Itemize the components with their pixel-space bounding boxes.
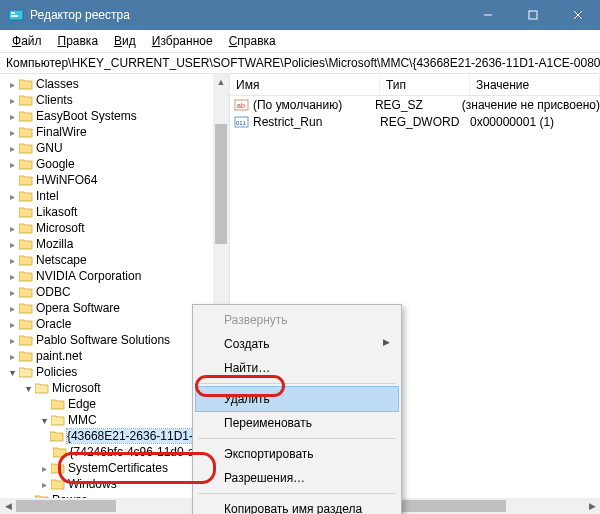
value-row[interactable]: ab(По умолчанию)REG_SZ(значение не присв…	[230, 96, 600, 113]
expand-toggle-icon[interactable]: ▸	[6, 223, 18, 234]
expand-toggle-icon[interactable]: ▸	[6, 335, 18, 346]
tree-node[interactable]: ▸Windows	[2, 476, 213, 492]
scrollbar-thumb[interactable]	[215, 124, 227, 244]
context-menu-item[interactable]: Удалить	[196, 387, 398, 411]
expand-toggle-icon[interactable]: ▸	[6, 287, 18, 298]
folder-icon	[19, 254, 33, 266]
expand-toggle-icon[interactable]: ▾	[38, 415, 50, 426]
tree-node[interactable]: Likasoft	[2, 204, 213, 220]
tree-node[interactable]: ▸Oracle	[2, 316, 213, 332]
tree-node[interactable]: ▸FinalWire	[2, 124, 213, 140]
value-row[interactable]: 011Restrict_RunREG_DWORD0x00000001 (1)	[230, 113, 600, 130]
maximize-button[interactable]	[510, 0, 555, 30]
expand-toggle-icon[interactable]: ▸	[6, 255, 18, 266]
context-menu-item[interactable]: Найти…	[196, 356, 398, 380]
tree-node-label: Windows	[68, 477, 117, 491]
expand-toggle-icon[interactable]: ▸	[6, 191, 18, 202]
tree-node[interactable]: {74246bfc-4c96-11d0-ab…	[2, 444, 213, 460]
scroll-left-icon[interactable]: ◀	[0, 498, 16, 514]
tree-scrollbar-horizontal[interactable]: ◀ ▶	[0, 498, 213, 514]
tree-node-label: Netscape	[36, 253, 87, 267]
context-menu-item[interactable]: Копировать имя раздела	[196, 497, 398, 514]
tree-node[interactable]: ▸Opera Software	[2, 300, 213, 316]
svg-text:011: 011	[236, 120, 247, 126]
tree-node[interactable]: ▸Pablo Software Solutions	[2, 332, 213, 348]
context-menu-label: Развернуть	[224, 313, 288, 327]
context-menu-item[interactable]: Переименовать	[196, 411, 398, 435]
scroll-right-icon[interactable]: ▶	[584, 498, 600, 514]
tree-node[interactable]: ▸GNU	[2, 140, 213, 156]
menu-view[interactable]: Вид	[106, 32, 144, 50]
value-data: 0x00000001 (1)	[470, 115, 600, 129]
folder-icon	[19, 366, 33, 378]
expand-toggle-icon[interactable]: ▸	[6, 79, 18, 90]
tree-node[interactable]: ▸Mozilla	[2, 236, 213, 252]
tree-node[interactable]: ▸Intel	[2, 188, 213, 204]
column-type[interactable]: Тип	[380, 75, 470, 95]
expand-toggle-icon[interactable]: ▸	[6, 95, 18, 106]
expand-toggle-icon[interactable]: ▸	[38, 463, 50, 474]
tree-node-label: Likasoft	[36, 205, 77, 219]
expand-toggle-icon[interactable]: ▾	[22, 383, 34, 394]
column-name[interactable]: Имя	[230, 75, 380, 95]
tree-node[interactable]: {43668E21-2636-11D1-A…	[2, 428, 213, 444]
menu-help[interactable]: Справка	[221, 32, 284, 50]
folder-icon	[19, 78, 33, 90]
tree-node[interactable]: ▸Classes	[2, 76, 213, 92]
expand-toggle-icon[interactable]: ▾	[6, 367, 18, 378]
tree-node[interactable]: ▸Google	[2, 156, 213, 172]
expand-toggle-icon[interactable]: ▸	[6, 351, 18, 362]
expand-toggle-icon[interactable]: ▸	[6, 143, 18, 154]
expand-toggle-icon[interactable]: ▸	[6, 159, 18, 170]
folder-icon	[51, 462, 65, 474]
expand-toggle-icon[interactable]: ▸	[6, 303, 18, 314]
folder-icon	[19, 350, 33, 362]
tree-node[interactable]: ▾Microsoft	[2, 380, 213, 396]
expand-toggle-icon[interactable]: ▸	[6, 271, 18, 282]
menu-favorites[interactable]: Избранное	[144, 32, 221, 50]
tree-node[interactable]: ▸Netscape	[2, 252, 213, 268]
tree-node[interactable]: ▾Policies	[2, 364, 213, 380]
tree-node[interactable]: Edge	[2, 396, 213, 412]
value-data: (значение не присвоено)	[462, 98, 600, 112]
expand-toggle-icon[interactable]: ▸	[6, 111, 18, 122]
tree-node[interactable]: HWiNFO64	[2, 172, 213, 188]
tree-node[interactable]: ▾MMC	[2, 412, 213, 428]
folder-icon	[35, 382, 49, 394]
column-data[interactable]: Значение	[470, 75, 600, 95]
svg-rect-2	[11, 15, 18, 17]
menu-file[interactable]: Файл	[4, 32, 50, 50]
scrollbar-thumb[interactable]	[16, 500, 116, 512]
tree-node[interactable]: ▸EasyBoot Systems	[2, 108, 213, 124]
address-bar[interactable]: Компьютер\HKEY_CURRENT_USER\SOFTWARE\Pol…	[0, 53, 600, 74]
expand-toggle-icon[interactable]: ▸	[38, 479, 50, 490]
tree-node[interactable]: ▸Clients	[2, 92, 213, 108]
minimize-button[interactable]	[465, 0, 510, 30]
folder-icon	[19, 174, 33, 186]
tree-node[interactable]: ▸NVIDIA Corporation	[2, 268, 213, 284]
folder-icon	[19, 126, 33, 138]
folder-icon	[50, 430, 64, 442]
title-bar: Редактор реестра	[0, 0, 600, 30]
menu-edit[interactable]: Правка	[50, 32, 107, 50]
folder-icon	[19, 286, 33, 298]
tree-node-label: Microsoft	[52, 381, 101, 395]
expand-toggle-icon[interactable]: ▸	[6, 127, 18, 138]
context-menu-item[interactable]: Экспортировать	[196, 442, 398, 466]
scroll-up-icon[interactable]: ▲	[213, 74, 229, 90]
close-button[interactable]	[555, 0, 600, 30]
expand-toggle-icon[interactable]: ▸	[6, 239, 18, 250]
tree-node[interactable]: ▸ODBC	[2, 284, 213, 300]
context-menu-label: Экспортировать	[224, 447, 314, 461]
tree-node[interactable]: ▸paint.net	[2, 348, 213, 364]
context-menu-item[interactable]: Создать▶	[196, 332, 398, 356]
expand-toggle-icon[interactable]: ▸	[6, 319, 18, 330]
svg-rect-4	[529, 11, 537, 19]
context-menu-label: Копировать имя раздела	[224, 502, 362, 514]
value-name: Restrict_Run	[253, 115, 322, 129]
value-type: REG_DWORD	[380, 115, 470, 129]
svg-rect-1	[11, 12, 15, 14]
tree-node[interactable]: ▸SystemCertificates	[2, 460, 213, 476]
tree-node[interactable]: ▸Microsoft	[2, 220, 213, 236]
context-menu-item[interactable]: Разрешения…	[196, 466, 398, 490]
